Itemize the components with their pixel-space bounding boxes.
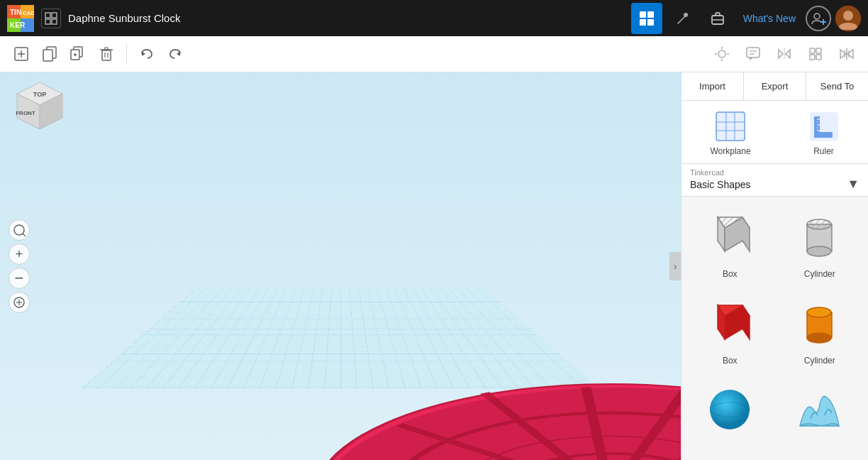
top-navbar: TIN KER CAD Daphne Sunburst Clock (0, 0, 868, 36)
svg-rect-105 (814, 132, 833, 138)
svg-rect-12 (647, 11, 654, 18)
toolbar-right-tools (709, 41, 859, 67)
undo-btn[interactable] (134, 41, 160, 67)
import-btn[interactable]: Import (681, 72, 744, 100)
svg-text:TIN: TIN (10, 9, 21, 16)
svg-line-93 (23, 234, 26, 236)
shape-selector-row: Tinkercad Basic Shapes ▼ (681, 164, 868, 197)
svg-point-123 (807, 307, 831, 317)
svg-point-80 (298, 378, 681, 460)
svg-rect-51 (816, 55, 821, 60)
shape-provider-label: Tinkercad (690, 168, 859, 177)
project-title[interactable]: Daphne Sunburst Clock (68, 12, 180, 24)
shape-item-organic[interactable] (779, 377, 862, 447)
align-btn[interactable] (803, 41, 828, 67)
delete-btn[interactable] (94, 41, 119, 67)
workplane-tool[interactable]: Workplane (710, 111, 750, 156)
zoom-out-btn[interactable] (9, 219, 30, 241)
zoom-reset-btn[interactable] (9, 292, 30, 313)
zoom-controls: + − (9, 219, 30, 313)
grid-menu-icon-btn[interactable] (41, 9, 61, 28)
separator-1 (126, 44, 127, 64)
zoom-in-btn[interactable]: + (9, 243, 30, 265)
shape-box-solid-label: Box (723, 356, 738, 366)
svg-point-117 (807, 219, 831, 229)
svg-rect-9 (45, 19, 50, 24)
send-to-btn[interactable]: Send To (806, 72, 868, 100)
svg-marker-44 (750, 58, 753, 60)
mirror-btn[interactable] (772, 41, 797, 67)
shape-item-cylinder-solid[interactable]: Cylinder (779, 290, 862, 370)
svg-point-15 (684, 13, 688, 17)
shape-cylinder-solid-label: Cylinder (804, 356, 835, 366)
copy-btn[interactable] (37, 41, 62, 67)
svg-point-92 (14, 225, 24, 235)
svg-rect-7 (45, 13, 50, 18)
workplane-label: Workplane (710, 146, 750, 156)
shapes-grid: Box (689, 204, 861, 447)
main-content: TOP FRONT + − (0, 72, 868, 460)
shape-item-box-hole[interactable]: Box (689, 204, 772, 283)
svg-rect-11 (640, 11, 646, 18)
grid-view-btn[interactable] (631, 3, 662, 34)
svg-point-38 (718, 50, 725, 58)
svg-rect-14 (647, 19, 654, 26)
svg-point-18 (814, 13, 820, 19)
notes-btn[interactable] (740, 41, 766, 67)
svg-text:KER: KER (10, 21, 26, 29)
svg-rect-27 (43, 50, 52, 61)
svg-rect-8 (52, 13, 57, 18)
svg-rect-32 (102, 50, 111, 60)
navigation-cube[interactable]: TOP FRONT (11, 81, 68, 138)
shape-cylinder-hole-label: Cylinder (804, 269, 835, 279)
svg-text:CAD: CAD (23, 10, 34, 16)
duplicate-btn[interactable] (65, 41, 91, 67)
shape-library-panel: Box (681, 197, 868, 460)
svg-point-124 (807, 333, 831, 343)
svg-rect-97 (716, 112, 745, 141)
svg-marker-36 (142, 51, 145, 56)
panel-collapse-handle[interactable]: › (669, 252, 681, 280)
new-design-btn[interactable] (9, 41, 34, 67)
svg-point-118 (807, 246, 831, 256)
svg-rect-49 (816, 48, 821, 53)
lighting-btn[interactable] (709, 41, 735, 67)
shape-category-value: Basic Shapes (690, 179, 847, 190)
svg-text:FRONT: FRONT (16, 110, 35, 116)
model-3d (0, 72, 681, 460)
svg-rect-48 (810, 48, 815, 53)
svg-text:TOP: TOP (33, 91, 46, 98)
redo-btn[interactable] (162, 41, 188, 67)
add-user-btn[interactable] (806, 6, 831, 31)
tools-btn[interactable] (667, 3, 698, 34)
export-btn[interactable]: Export (744, 72, 806, 100)
topbar-right: What's New (631, 3, 861, 34)
ruler-tool[interactable]: Ruler (808, 111, 840, 156)
shape-box-hole-label: Box (723, 269, 738, 279)
briefcase-btn[interactable] (702, 3, 733, 34)
svg-rect-13 (640, 19, 646, 26)
svg-rect-50 (810, 55, 815, 60)
tinkercad-logo[interactable]: TIN KER CAD (7, 5, 34, 32)
svg-marker-52 (840, 50, 846, 58)
svg-rect-10 (52, 19, 57, 24)
svg-rect-43 (747, 48, 760, 58)
whats-new-btn[interactable]: What's New (738, 10, 801, 27)
svg-marker-37 (177, 51, 180, 56)
flip-btn[interactable] (834, 41, 859, 67)
panel-tools-row: Workplane (681, 101, 868, 164)
shape-item-box-solid[interactable]: Box (689, 290, 772, 370)
ruler-label: Ruler (813, 146, 834, 156)
shape-item-sphere[interactable] (689, 377, 772, 447)
svg-marker-53 (847, 50, 853, 58)
secondary-toolbar (0, 36, 868, 72)
action-buttons-row: Import Export Send To (681, 72, 868, 101)
user-avatar-btn[interactable] (835, 6, 861, 31)
shape-dropdown-arrow[interactable]: ▼ (847, 177, 859, 192)
shape-item-cylinder-hole[interactable]: Cylinder (779, 204, 862, 283)
svg-point-22 (843, 11, 853, 21)
right-panel: Import Export Send To (681, 72, 868, 460)
3d-viewport[interactable]: TOP FRONT + − (0, 72, 681, 460)
svg-point-125 (710, 390, 750, 429)
zoom-minus-btn[interactable]: − (9, 268, 30, 289)
